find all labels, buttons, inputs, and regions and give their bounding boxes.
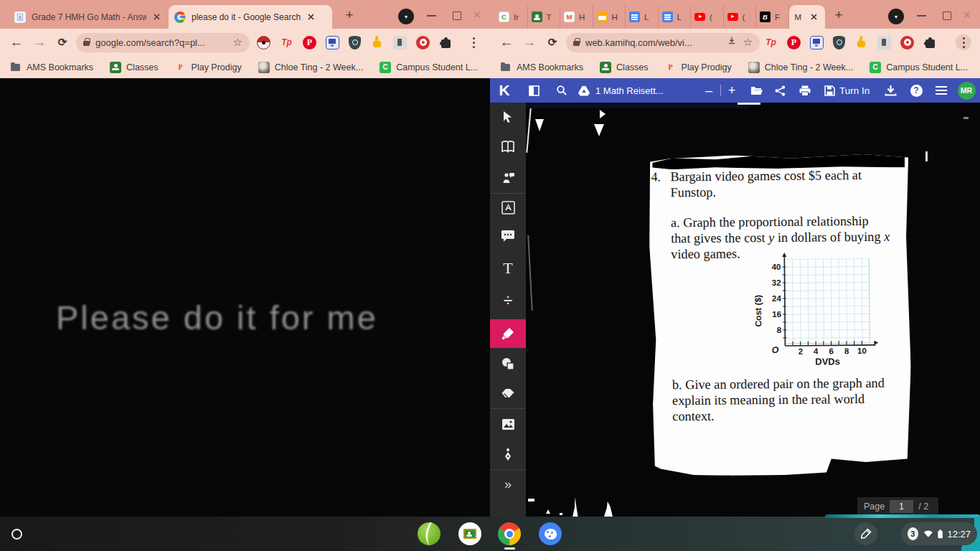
equation-tool-icon[interactable]: ÷ <box>490 286 526 315</box>
bookmark-classes[interactable]: Classes <box>110 62 158 73</box>
bookmark-prodigy[interactable]: PPlay Prodigy <box>175 62 242 73</box>
tab-small[interactable]: H <box>593 5 626 29</box>
tab-small[interactable]: L <box>626 5 659 29</box>
close-window-button[interactable]: × <box>963 11 970 19</box>
app-icon-classroom[interactable] <box>458 522 481 545</box>
stylus-tools-button[interactable] <box>854 522 877 545</box>
highlighter-tool-icon[interactable] <box>490 193 526 222</box>
extension-icon[interactable] <box>416 36 430 50</box>
shield-icon[interactable] <box>833 36 845 50</box>
share-icon[interactable] <box>773 78 787 103</box>
profile-avatar-button[interactable]: ▾ <box>888 9 904 24</box>
extension-icon[interactable] <box>393 36 407 50</box>
close-tab-icon[interactable] <box>306 11 316 22</box>
launcher-button[interactable] <box>4 522 29 546</box>
forward-button[interactable]: → <box>520 33 539 52</box>
forward-button[interactable]: → <box>30 33 49 52</box>
drive-icon[interactable] <box>577 78 591 103</box>
image-tool-icon[interactable] <box>490 410 526 438</box>
save-icon[interactable] <box>822 78 837 103</box>
tab-small[interactable]: L <box>659 5 692 29</box>
zoom-out-button[interactable]: – <box>702 78 715 103</box>
menu-icon[interactable] <box>934 78 948 103</box>
extension-hand-icon[interactable] <box>370 36 384 50</box>
maximize-button[interactable] <box>453 11 461 20</box>
print-icon[interactable] <box>797 78 813 103</box>
minimize-button[interactable] <box>427 15 436 17</box>
kami-logo[interactable]: K <box>497 78 512 103</box>
profile-avatar-button[interactable]: ▾ <box>398 9 414 24</box>
reload-button[interactable]: ⟳ <box>53 33 72 52</box>
text-tool-icon[interactable]: T <box>490 254 526 283</box>
pinterest-icon[interactable]: P <box>303 36 316 50</box>
extension-tp-icon[interactable]: Tp <box>280 36 293 50</box>
new-tab-button[interactable]: + <box>340 6 359 24</box>
reload-button[interactable]: ⟳ <box>543 33 562 52</box>
user-avatar[interactable]: MR <box>957 78 976 103</box>
search-icon[interactable] <box>555 78 569 103</box>
text-to-speech-tool-icon[interactable] <box>490 164 526 192</box>
signature-tool-icon[interactable] <box>490 440 526 468</box>
page-number-input[interactable]: 1 <box>890 500 913 513</box>
extensions-puzzle-icon[interactable] <box>923 36 937 50</box>
turn-in-button[interactable]: Turn In <box>839 78 870 103</box>
app-icon-prodigy[interactable] <box>418 522 440 545</box>
comment-tool-icon[interactable] <box>490 222 526 250</box>
tab-small[interactable]: CIr <box>495 5 528 29</box>
expand-sidebar-icon[interactable]: » <box>490 470 526 499</box>
extension-tp-icon[interactable]: Tp <box>764 36 778 50</box>
bookmark-campus[interactable]: CCampus Student L... <box>380 62 478 73</box>
app-icon-canvas[interactable] <box>539 522 562 545</box>
extension-icon[interactable] <box>257 36 270 50</box>
tab-google-search[interactable]: please do it - Google Search <box>169 5 332 29</box>
tab-small[interactable]: ( <box>724 5 757 29</box>
maximize-button[interactable] <box>943 11 951 20</box>
bookmark-chloe[interactable]: Chloe Ting - 2 Week... <box>258 62 363 73</box>
zoom-in-button[interactable]: + <box>725 78 738 103</box>
help-icon[interactable]: ? <box>909 78 923 103</box>
eraser-tool-icon[interactable] <box>490 379 526 408</box>
select-tool-icon[interactable] <box>490 103 526 131</box>
extension-icon[interactable] <box>900 36 914 50</box>
bookmark-chloe[interactable]: Chloe Ting - 2 Week... <box>748 62 853 73</box>
shapes-tool-icon[interactable] <box>490 349 526 378</box>
tab-small[interactable]: ( <box>691 5 724 29</box>
tab-kami-active[interactable]: M <box>789 5 825 29</box>
bookmark-ams[interactable]: AMS Bookmarks <box>10 62 93 73</box>
tab-small[interactable]: BF <box>756 5 789 29</box>
extension-monitor-icon[interactable] <box>810 36 824 50</box>
address-bar[interactable]: google.com/search?q=pl... ☆ <box>76 33 250 52</box>
pdf-viewer[interactable]: 4. Bargain video games cost $5 each at F… <box>526 103 980 517</box>
close-tab-icon[interactable] <box>809 11 819 22</box>
extension-hand-icon[interactable] <box>854 36 868 50</box>
dictionary-tool-icon[interactable] <box>490 132 526 161</box>
tab-small[interactable]: MH <box>560 5 593 29</box>
browser-menu-icon[interactable] <box>956 34 971 50</box>
tab-gomath[interactable]: Grade 7 HMH Go Math - Answ <box>9 5 168 29</box>
download-icon[interactable] <box>882 78 898 103</box>
bookmark-star-icon[interactable]: ☆ <box>743 36 753 49</box>
download-page-icon[interactable] <box>727 36 737 49</box>
close-tab-icon[interactable] <box>151 11 162 22</box>
shield-icon[interactable] <box>349 36 361 50</box>
brush-tool-icon-selected[interactable] <box>490 319 526 348</box>
app-icon-chrome[interactable] <box>498 522 521 545</box>
extension-monitor-icon[interactable] <box>326 36 339 50</box>
extension-icon[interactable] <box>877 36 891 50</box>
close-window-button[interactable]: × <box>473 11 480 19</box>
extensions-puzzle-icon[interactable] <box>439 36 453 50</box>
status-tray[interactable]: 3 12:27 <box>901 522 977 545</box>
bookmark-star-icon[interactable]: ☆ <box>233 36 242 49</box>
address-bar[interactable]: web.kamihq.com/web/vi... ☆ <box>566 33 760 52</box>
pinterest-icon[interactable]: P <box>787 36 801 50</box>
minimize-button[interactable] <box>917 15 926 17</box>
tab-small[interactable]: T <box>528 5 561 29</box>
bookmark-prodigy[interactable]: PPlay Prodigy <box>665 62 732 73</box>
bookmark-classes[interactable]: Classes <box>600 62 648 73</box>
kami-document-title[interactable]: 1 Math Reisett... <box>595 78 664 103</box>
split-view-icon[interactable] <box>527 78 541 103</box>
back-button[interactable]: ← <box>497 33 516 52</box>
new-tab-button[interactable]: + <box>829 6 848 24</box>
back-button[interactable]: ← <box>7 33 26 52</box>
open-folder-icon[interactable] <box>749 78 765 103</box>
